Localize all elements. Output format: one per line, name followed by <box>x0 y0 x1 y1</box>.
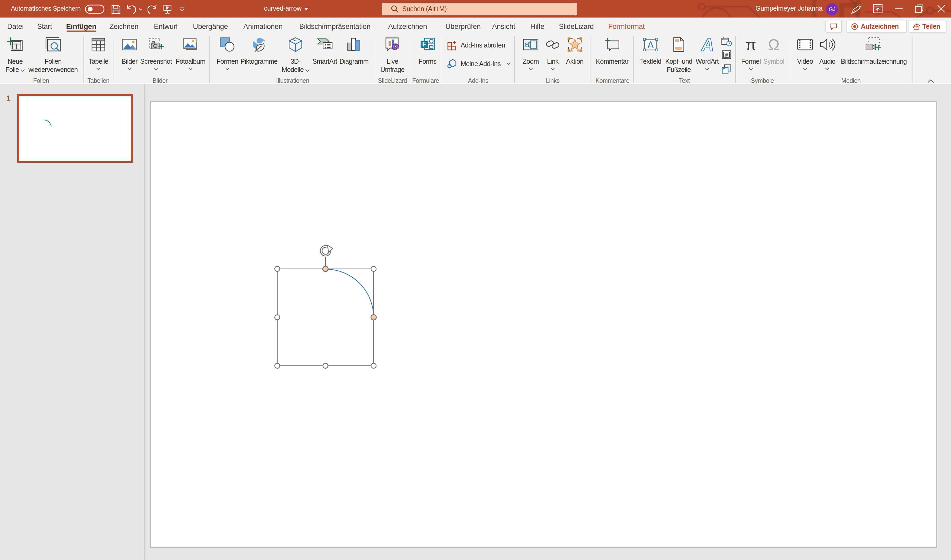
svg-text:A: A <box>701 37 714 52</box>
svg-text:A: A <box>648 40 654 51</box>
svg-text:#: # <box>725 52 728 58</box>
svg-text:F: F <box>422 40 426 48</box>
